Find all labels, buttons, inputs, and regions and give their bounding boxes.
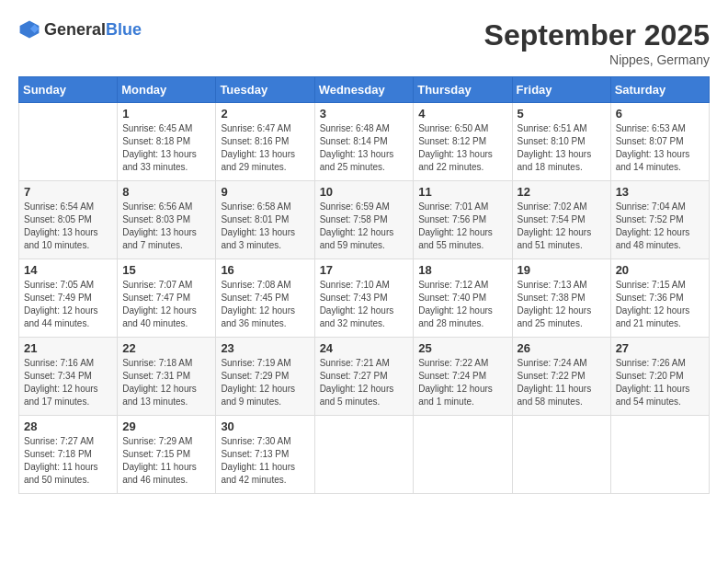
day-info: Sunrise: 7:05 AMSunset: 7:49 PMDaylight:… xyxy=(24,279,112,330)
day-info: Sunrise: 7:12 AMSunset: 7:40 PMDaylight:… xyxy=(418,279,506,330)
day-info: Sunrise: 7:30 AMSunset: 7:13 PMDaylight:… xyxy=(221,435,309,487)
location: Nippes, Germany xyxy=(484,52,710,67)
calendar-cell: 15Sunrise: 7:07 AMSunset: 7:47 PMDayligh… xyxy=(118,259,216,338)
day-info: Sunrise: 6:58 AMSunset: 8:01 PMDaylight:… xyxy=(221,201,309,252)
calendar-cell: 16Sunrise: 7:08 AMSunset: 7:45 PMDayligh… xyxy=(216,259,314,338)
calendar-cell: 26Sunrise: 7:24 AMSunset: 7:22 PMDayligh… xyxy=(512,338,610,416)
logo-icon xyxy=(18,18,40,40)
title-block: September 2025 Nippes, Germany xyxy=(484,18,710,67)
day-number: 16 xyxy=(221,263,309,277)
day-number: 26 xyxy=(518,341,606,355)
day-number: 4 xyxy=(418,107,506,121)
day-number: 6 xyxy=(616,107,704,121)
day-info: Sunrise: 7:29 AMSunset: 7:15 PMDaylight:… xyxy=(122,435,210,487)
day-number: 5 xyxy=(518,107,606,121)
calendar-week-row: 28Sunrise: 7:27 AMSunset: 7:18 PMDayligh… xyxy=(19,416,710,494)
calendar-cell: 30Sunrise: 7:30 AMSunset: 7:13 PMDayligh… xyxy=(216,416,314,494)
day-number: 21 xyxy=(24,341,112,355)
calendar-cell: 27Sunrise: 7:26 AMSunset: 7:20 PMDayligh… xyxy=(610,338,709,416)
day-number: 13 xyxy=(616,185,704,199)
day-of-week-header: Saturday xyxy=(610,77,709,103)
day-number: 7 xyxy=(24,185,112,199)
calendar-cell: 10Sunrise: 6:59 AMSunset: 7:58 PMDayligh… xyxy=(314,181,414,259)
calendar-week-row: 1Sunrise: 6:45 AMSunset: 8:18 PMDaylight… xyxy=(19,103,710,181)
day-info: Sunrise: 6:53 AMSunset: 8:07 PMDaylight:… xyxy=(616,122,704,174)
day-info: Sunrise: 7:15 AMSunset: 7:36 PMDaylight:… xyxy=(616,279,704,330)
calendar-cell: 20Sunrise: 7:15 AMSunset: 7:36 PMDayligh… xyxy=(610,259,709,338)
day-number: 18 xyxy=(418,263,506,277)
day-number: 20 xyxy=(616,263,704,277)
calendar-cell: 23Sunrise: 7:19 AMSunset: 7:29 PMDayligh… xyxy=(216,338,314,416)
day-info: Sunrise: 7:13 AMSunset: 7:38 PMDaylight:… xyxy=(518,279,606,330)
calendar-cell: 2Sunrise: 6:47 AMSunset: 8:16 PMDaylight… xyxy=(216,103,314,181)
day-number: 28 xyxy=(24,419,112,433)
calendar-cell: 24Sunrise: 7:21 AMSunset: 7:27 PMDayligh… xyxy=(314,338,414,416)
day-number: 25 xyxy=(418,341,506,355)
day-info: Sunrise: 7:16 AMSunset: 7:34 PMDaylight:… xyxy=(24,357,112,408)
day-of-week-header: Wednesday xyxy=(314,77,414,103)
day-info: Sunrise: 6:59 AMSunset: 7:58 PMDaylight:… xyxy=(320,201,409,252)
calendar-cell: 1Sunrise: 6:45 AMSunset: 8:18 PMDaylight… xyxy=(118,103,216,181)
calendar-cell xyxy=(414,416,512,494)
day-info: Sunrise: 7:02 AMSunset: 7:54 PMDaylight:… xyxy=(518,201,606,252)
day-of-week-header: Monday xyxy=(118,77,216,103)
header-row: SundayMondayTuesdayWednesdayThursdayFrid… xyxy=(19,77,710,103)
calendar-header: SundayMondayTuesdayWednesdayThursdayFrid… xyxy=(19,77,710,103)
calendar-week-row: 14Sunrise: 7:05 AMSunset: 7:49 PMDayligh… xyxy=(19,259,710,338)
calendar-cell: 5Sunrise: 6:51 AMSunset: 8:10 PMDaylight… xyxy=(512,103,610,181)
day-info: Sunrise: 6:45 AMSunset: 8:18 PMDaylight:… xyxy=(122,122,210,174)
calendar-week-row: 7Sunrise: 6:54 AMSunset: 8:05 PMDaylight… xyxy=(19,181,710,259)
day-info: Sunrise: 6:54 AMSunset: 8:05 PMDaylight:… xyxy=(24,201,112,252)
day-number: 19 xyxy=(518,263,606,277)
day-info: Sunrise: 7:19 AMSunset: 7:29 PMDaylight:… xyxy=(221,357,309,408)
day-of-week-header: Sunday xyxy=(19,77,118,103)
day-number: 27 xyxy=(616,341,704,355)
day-number: 29 xyxy=(122,419,210,433)
calendar-cell: 19Sunrise: 7:13 AMSunset: 7:38 PMDayligh… xyxy=(512,259,610,338)
day-number: 8 xyxy=(122,185,210,199)
calendar-cell: 21Sunrise: 7:16 AMSunset: 7:34 PMDayligh… xyxy=(19,338,118,416)
calendar-cell: 25Sunrise: 7:22 AMSunset: 7:24 PMDayligh… xyxy=(414,338,512,416)
calendar-cell: 8Sunrise: 6:56 AMSunset: 8:03 PMDaylight… xyxy=(118,181,216,259)
day-number: 17 xyxy=(320,263,409,277)
day-number: 10 xyxy=(320,185,409,199)
day-info: Sunrise: 7:27 AMSunset: 7:18 PMDaylight:… xyxy=(24,435,112,487)
calendar-cell xyxy=(19,103,118,181)
calendar-cell: 4Sunrise: 6:50 AMSunset: 8:12 PMDaylight… xyxy=(414,103,512,181)
day-number: 22 xyxy=(122,341,210,355)
day-number: 2 xyxy=(221,107,309,121)
day-of-week-header: Tuesday xyxy=(216,77,314,103)
month-title: September 2025 xyxy=(484,18,710,52)
day-info: Sunrise: 7:07 AMSunset: 7:47 PMDaylight:… xyxy=(122,279,210,330)
day-number: 11 xyxy=(418,185,506,199)
calendar-cell: 11Sunrise: 7:01 AMSunset: 7:56 PMDayligh… xyxy=(414,181,512,259)
logo: GeneralBlue xyxy=(18,18,142,40)
calendar-cell: 12Sunrise: 7:02 AMSunset: 7:54 PMDayligh… xyxy=(512,181,610,259)
day-info: Sunrise: 7:10 AMSunset: 7:43 PMDaylight:… xyxy=(320,279,409,330)
day-info: Sunrise: 7:01 AMSunset: 7:56 PMDaylight:… xyxy=(418,201,506,252)
calendar-cell: 6Sunrise: 6:53 AMSunset: 8:07 PMDaylight… xyxy=(610,103,709,181)
day-info: Sunrise: 7:21 AMSunset: 7:27 PMDaylight:… xyxy=(320,357,409,408)
day-of-week-header: Thursday xyxy=(414,77,512,103)
calendar-cell: 22Sunrise: 7:18 AMSunset: 7:31 PMDayligh… xyxy=(118,338,216,416)
day-of-week-header: Friday xyxy=(512,77,610,103)
calendar-cell xyxy=(512,416,610,494)
day-info: Sunrise: 6:48 AMSunset: 8:14 PMDaylight:… xyxy=(320,122,409,174)
calendar-cell: 29Sunrise: 7:29 AMSunset: 7:15 PMDayligh… xyxy=(118,416,216,494)
day-info: Sunrise: 6:50 AMSunset: 8:12 PMDaylight:… xyxy=(418,122,506,174)
day-number: 1 xyxy=(122,107,210,121)
calendar-week-row: 21Sunrise: 7:16 AMSunset: 7:34 PMDayligh… xyxy=(19,338,710,416)
day-number: 24 xyxy=(320,341,409,355)
day-number: 23 xyxy=(221,341,309,355)
calendar-cell: 28Sunrise: 7:27 AMSunset: 7:18 PMDayligh… xyxy=(19,416,118,494)
day-info: Sunrise: 7:24 AMSunset: 7:22 PMDaylight:… xyxy=(518,357,606,408)
calendar-body: 1Sunrise: 6:45 AMSunset: 8:18 PMDaylight… xyxy=(19,103,710,494)
day-info: Sunrise: 6:51 AMSunset: 8:10 PMDaylight:… xyxy=(518,122,606,174)
calendar-cell: 9Sunrise: 6:58 AMSunset: 8:01 PMDaylight… xyxy=(216,181,314,259)
day-number: 30 xyxy=(221,419,309,433)
page-header: GeneralBlue September 2025 Nippes, Germa… xyxy=(18,18,710,67)
day-info: Sunrise: 6:47 AMSunset: 8:16 PMDaylight:… xyxy=(221,122,309,174)
calendar-cell: 14Sunrise: 7:05 AMSunset: 7:49 PMDayligh… xyxy=(19,259,118,338)
calendar-cell xyxy=(314,416,414,494)
day-info: Sunrise: 7:26 AMSunset: 7:20 PMDaylight:… xyxy=(616,357,704,408)
